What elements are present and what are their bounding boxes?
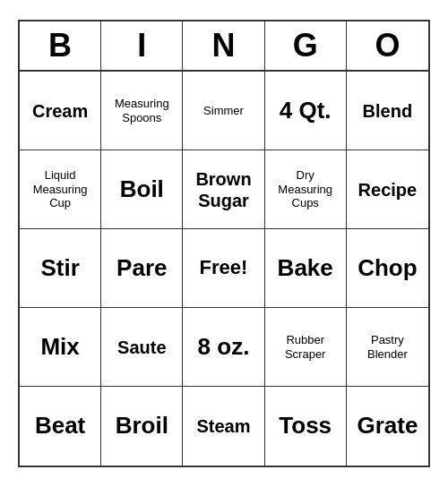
bingo-cell: Boil	[101, 150, 183, 229]
bingo-cell: Brown Sugar	[183, 150, 264, 229]
bingo-cell: Mix	[20, 308, 101, 387]
bingo-cell: 8 oz.	[183, 308, 264, 387]
bingo-card: BINGO CreamMeasuring SpoonsSimmer4 Qt.Bl…	[18, 20, 430, 467]
bingo-cell: Measuring Spoons	[101, 72, 183, 150]
bingo-grid: CreamMeasuring SpoonsSimmer4 Qt.BlendLiq…	[20, 72, 428, 466]
header-letter: I	[101, 21, 183, 70]
bingo-cell: Pastry Blender	[347, 308, 428, 387]
bingo-cell: Beat	[20, 387, 101, 466]
bingo-cell: Grate	[347, 387, 428, 466]
bingo-cell: Dry Measuring Cups	[265, 150, 347, 229]
bingo-cell: Stir	[20, 229, 101, 308]
header-letter: B	[20, 21, 101, 70]
bingo-header: BINGO	[20, 21, 428, 72]
header-letter: N	[183, 21, 264, 70]
bingo-cell: Pare	[101, 229, 183, 308]
bingo-cell: Cream	[20, 72, 101, 150]
bingo-cell: Liquid Measuring Cup	[20, 150, 101, 229]
bingo-cell: Saute	[101, 308, 183, 387]
header-letter: O	[347, 21, 428, 70]
bingo-cell: Steam	[183, 387, 264, 466]
bingo-cell: 4 Qt.	[265, 72, 347, 150]
bingo-cell: Simmer	[183, 72, 264, 150]
bingo-cell: Toss	[265, 387, 347, 466]
bingo-cell: Bake	[265, 229, 347, 308]
bingo-cell: Broil	[101, 387, 183, 466]
bingo-cell: Rubber Scraper	[265, 308, 347, 387]
bingo-cell: Free!	[183, 229, 264, 308]
header-letter: G	[265, 21, 347, 70]
bingo-cell: Recipe	[347, 150, 428, 229]
bingo-cell: Chop	[347, 229, 428, 308]
bingo-cell: Blend	[347, 72, 428, 150]
